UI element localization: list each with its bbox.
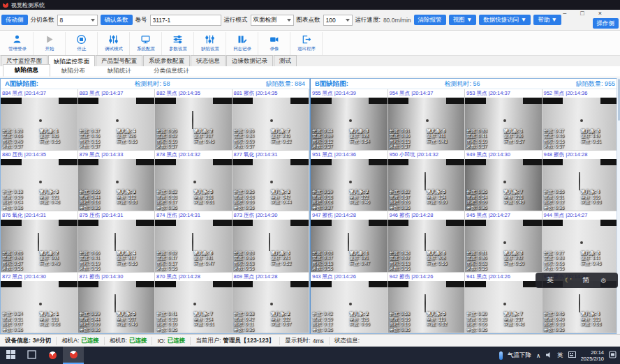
gear-icon[interactable]: ⚙ <box>600 277 607 285</box>
debug-mode-button[interactable]: 调试模式 <box>98 32 130 55</box>
inspection-app-taskbar-button[interactable] <box>63 347 84 364</box>
defect-cell[interactable]: 944 黑点 |20:14:27 长度: 0.27宽度: 0.33面积: 0.0… <box>542 211 620 273</box>
subtab-defect-info[interactable]: 缺陷信息 <box>3 64 50 77</box>
defect-image[interactable]: 长度: 0.53宽度: 0.47面积: 0.18米数: 0.36 第几条: 1坐… <box>311 220 388 272</box>
defect-image[interactable]: 长度: 0.85宽度: 0.58面积: 0.35米数: 0.36 第几条: 8坐… <box>232 159 309 211</box>
vertical-scrollbar[interactable] <box>617 78 620 334</box>
defect-image[interactable]: 长度: 0.45宽度: 0.40面积: 0.13米数: 0.35 第几条: 4坐… <box>542 281 619 333</box>
defect-cell[interactable]: 949 黑点 |20:14:30 长度: 0.36宽度: 0.34面积: 0.0… <box>465 151 542 212</box>
defect-image[interactable]: 长度: 0.62宽度: 0.57面积: 0.26米数: 0.36 第几条: 5坐… <box>388 159 465 211</box>
moon-icon[interactable]: ☾' <box>565 277 572 284</box>
defect-cell[interactable]: 875 压伤 |20:14:31 长度: 0.66宽度: 0.41面积: 0.1… <box>78 211 156 273</box>
defect-image[interactable]: 长度: 1.23宽度: 0.65面积: 0.49米数: 0.37 第几条: 1坐… <box>1 98 78 150</box>
defect-cell[interactable]: 955 黑点 |20:14:39 长度: 0.44宽度: 0.39面积: 0.1… <box>311 89 388 151</box>
defect-cell[interactable]: 870 黑点 |20:14:28 长度: 0.41宽度: 0.33面积: 0.1… <box>155 273 232 334</box>
start-menu-button[interactable] <box>0 347 21 364</box>
defect-cell[interactable]: 871 擦伤 |20:14:30 长度: 0.29宽度: 0.44面积: 0.0… <box>78 273 156 334</box>
defect-image[interactable]: 长度: 0.52宽度: 0.47面积: 0.17米数: 0.36 第几条: 6坐… <box>155 220 232 272</box>
defect-image[interactable]: 长度: 0.38宽度: 0.42面积: 0.11米数: 0.35 第几条: 2坐… <box>232 281 309 333</box>
taskbar-clock[interactable]: 20:14 2025/2/10 <box>581 349 604 362</box>
defect-image[interactable]: 长度: 0.42宽度: 0.39面积: 0.12米数: 0.35 第几条: 2坐… <box>311 281 388 333</box>
log-record-button[interactable]: 日志记录 <box>226 32 258 55</box>
defect-cell[interactable]: 880 压伤 |20:14:35 长度: 0.18宽度: 0.29面积: 0.0… <box>1 151 78 212</box>
defect-image[interactable]: 长度: 0.66宽度: 0.41面积: 0.19米数: 0.36 第几条: 4坐… <box>78 220 155 272</box>
weather-text[interactable]: 气温下降 <box>508 351 531 360</box>
defect-cell[interactable]: 945 黑点 |20:14:27 长度: 0.31宽度: 0.36面积: 0.0… <box>465 211 542 273</box>
start-button[interactable]: 开始 <box>34 32 66 55</box>
video-record-button[interactable]: 录像 <box>258 32 290 55</box>
defect-cell[interactable]: 950 小凹坑 |20:14:32 长度: 0.62宽度: 0.57面积: 0.… <box>388 151 466 212</box>
defect-image[interactable]: 长度: 0.25宽度: 0.52面积: 0.10米数: 0.37 第几条: 2坐… <box>155 98 232 150</box>
maximize-button[interactable]: □ <box>580 10 584 17</box>
defect-cell[interactable]: 879 黑点 |20:14:33 长度: 0.56宽度: 0.44面积: 0.1… <box>78 151 156 212</box>
run-mode-select[interactable]: 双面检测 <box>251 15 294 26</box>
tab-test[interactable]: 测试 <box>274 55 297 66</box>
defect-cell[interactable]: 873 压伤 |20:14:30 长度: 0.33宽度: 0.36面积: 0.0… <box>232 211 310 273</box>
tab-edge-data-log[interactable]: 边缘数据记录 <box>226 55 273 66</box>
defect-image[interactable]: 长度: 0.18宽度: 0.29面积: 0.04米数: 0.36 第几条: 6坐… <box>1 159 78 211</box>
operator-side-button[interactable]: 操作侧 <box>593 18 619 29</box>
defect-cell[interactable]: 874 压伤 |20:14:31 长度: 0.52宽度: 0.47面积: 0.1… <box>155 211 232 273</box>
defect-image[interactable]: 长度: 0.34宽度: 0.31面积: 0.07米数: 0.36 第几条: 1坐… <box>1 281 78 333</box>
quick-access-menu-button[interactable]: 数据快捷访问 ▼ <box>479 15 531 25</box>
defect-image[interactable]: 长度: 0.36宽度: 0.34面积: 0.09米数: 0.36 第几条: 7坐… <box>465 159 542 211</box>
defect-image[interactable]: 长度: 0.51宽度: 0.36面积: 0.13米数: 0.37 第几条: 6坐… <box>388 98 465 150</box>
minimize-button[interactable]: – <box>563 10 566 17</box>
ime-simplified-toggle[interactable]: 简 <box>582 275 589 285</box>
defect-cell[interactable]: 942 擦伤 |20:14:26 长度: 0.58宽度: 0.35面积: 0.1… <box>388 273 466 334</box>
defect-image[interactable]: 长度: 0.55宽度: 0.31面积: 0.12米数: 0.36 第几条: 4坐… <box>542 159 619 211</box>
tray-expand-chevron[interactable]: ∧ <box>536 352 540 359</box>
defect-cell[interactable]: 883 黑点 |20:14:37 长度: 0.47宽度: 0.46面积: 0.1… <box>78 89 156 151</box>
defect-image[interactable]: 长度: 0.47宽度: 0.45面积: 0.15米数: 0.37 第几条: 8坐… <box>542 98 619 150</box>
admin-login-button[interactable]: 管理登录 <box>1 32 34 55</box>
exit-program-button[interactable]: 退出程序 <box>290 32 323 55</box>
defect-cell[interactable]: 881 擦伤 |20:14:35 长度: 0.35宽度: 0.34面积: 0.0… <box>232 89 310 151</box>
defect-cell[interactable]: 952 黑点 |20:14:36 长度: 0.47宽度: 0.45面积: 0.1… <box>542 89 620 151</box>
defect-image[interactable]: 长度: 0.31宽度: 0.36面积: 0.08米数: 0.35 第几条: 3坐… <box>465 220 542 272</box>
defect-image[interactable]: 长度: 0.44宽度: 0.39面积: 0.12米数: 0.37 第几条: 3坐… <box>311 98 388 150</box>
stop-button[interactable]: 停止 <box>66 32 98 55</box>
defect-image[interactable]: 长度: 0.27宽度: 0.33面积: 0.06米数: 0.35 第几条: 8坐… <box>542 220 619 272</box>
subtab-class-info-stats[interactable]: 分类信息统计 <box>142 66 200 77</box>
subtab-defect-distribution[interactable]: 缺陷分布 <box>50 66 96 77</box>
defect-image[interactable]: 长度: 0.48宽度: 0.52面积: 0.18米数: 0.36 第几条: 6坐… <box>388 220 465 272</box>
drive-side-button[interactable]: 传动侧 <box>1 15 28 25</box>
system-config-button[interactable]: 系统配置 <box>130 32 162 55</box>
defect-cell[interactable]: 948 擦伤 |20:14:28 长度: 0.55宽度: 0.31面积: 0.1… <box>542 151 620 212</box>
tab-product-config[interactable]: 产品型号配置 <box>96 55 142 66</box>
defect-image[interactable]: 长度: 0.41宽度: 0.33面积: 0.10米数: 0.35 第几条: 7坐… <box>155 281 232 333</box>
defect-cell[interactable]: 951 黑点 |20:14:36 长度: 0.29宽度: 0.38面积: 0.0… <box>311 151 388 212</box>
defect-settings-button[interactable]: 缺陷设置 <box>194 32 226 55</box>
defect-image[interactable]: 长度: 0.30宽度: 0.28面积: 0.06米数: 0.35 第几条: 7坐… <box>465 281 542 333</box>
defect-image[interactable]: 长度: 0.29宽度: 0.44面积: 0.09米数: 0.36 第几条: 5坐… <box>78 281 155 333</box>
browser-taskbar-button[interactable] <box>42 347 63 364</box>
defect-cell[interactable]: 878 黑点 |20:14:32 长度: 0.62宽度: 0.38面积: 0.1… <box>155 151 232 212</box>
roll-number-input[interactable] <box>150 15 221 26</box>
ime-toolbar[interactable]: 英 ☾' 简 ⚙ <box>536 273 618 288</box>
defect-cell[interactable]: 941 黑点 |20:14:26 长度: 0.30宽度: 0.28面积: 0.0… <box>465 273 542 334</box>
defect-cell[interactable]: 953 黑点 |20:14:37 长度: 0.33宽度: 0.41面积: 0.1… <box>465 89 542 151</box>
notification-center-icon[interactable] <box>609 351 617 360</box>
chart-points-select[interactable]: 100 <box>323 15 353 26</box>
clear-alarm-button[interactable]: 清除报警 <box>414 15 446 25</box>
defect-cell[interactable]: 876 氧化 |20:14:31 长度: 0.85宽度: 0.93面积: 0.5… <box>1 211 78 273</box>
defect-image[interactable]: 长度: 0.33宽度: 0.41面积: 0.10米数: 0.37 第几条: 1坐… <box>465 98 542 150</box>
defect-cell[interactable]: 877 氧化 |20:14:31 长度: 0.85宽度: 0.58面积: 0.3… <box>232 151 310 212</box>
params-settings-button[interactable]: 参数设置 <box>162 32 194 55</box>
slit-count-select[interactable]: 8 <box>57 15 98 26</box>
defect-cell[interactable]: 882 黑点 |20:14:35 长度: 0.25宽度: 0.52面积: 0.1… <box>155 89 232 151</box>
ime-language-indicator[interactable]: 英 <box>557 351 563 360</box>
tab-system-params[interactable]: 系统参数配置 <box>143 55 190 66</box>
defect-cell[interactable]: 872 黑点 |20:14:30 长度: 0.34宽度: 0.31面积: 0.0… <box>1 273 78 334</box>
keyboard-icon[interactable] <box>568 351 576 359</box>
defect-cell[interactable]: 943 黑点 |20:14:26 长度: 0.42宽度: 0.39面积: 0.1… <box>311 273 388 334</box>
defect-image[interactable]: 长度: 0.62宽度: 0.38面积: 0.17米数: 0.36 第几条: 5坐… <box>155 159 232 211</box>
subtab-defect-stats[interactable]: 缺陷统计 <box>96 66 142 77</box>
defect-cell[interactable]: 947 擦伤 |20:14:28 长度: 0.53宽度: 0.47面积: 0.1… <box>311 211 388 273</box>
defect-image[interactable]: 长度: 0.47宽度: 0.46面积: 0.16米数: 0.37 第几条: 4坐… <box>78 98 155 150</box>
defect-image[interactable]: 长度: 0.85宽度: 0.93面积: 0.57米数: 0.36 第几条: 2坐… <box>1 220 78 272</box>
task-view-button[interactable] <box>21 347 42 364</box>
view-menu-button[interactable]: 视图 ▼ <box>449 15 477 25</box>
defect-image[interactable]: 长度: 0.33宽度: 0.36面积: 0.08米数: 0.36 第几条: 3坐… <box>232 220 309 272</box>
confirm-count-button[interactable]: 确认条数 <box>101 15 133 25</box>
